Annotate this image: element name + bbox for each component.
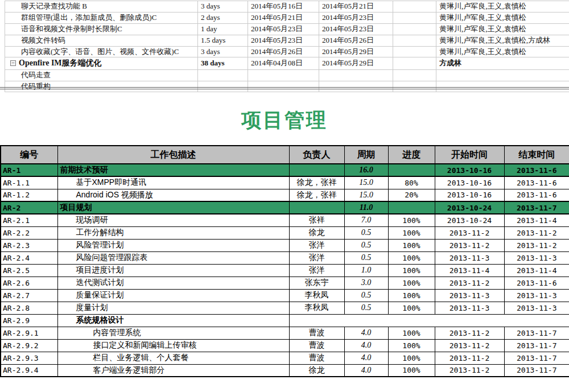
- start-date-cell: 2013-11-2: [435, 352, 504, 364]
- collapse-minus-icon[interactable]: −: [10, 60, 16, 66]
- period-cell: 16.0: [344, 164, 388, 176]
- summary-task-label: Openfire IM服务端优化: [19, 59, 102, 67]
- wbs-id-cell: AR-2.7: [1, 289, 57, 302]
- task-name-cell: 内容收藏(文字、语音、图片、视频、文件收藏)C: [5, 46, 198, 57]
- wbs-id-cell: AR-2.9.4: [1, 364, 57, 377]
- start-date-cell: 2014年05月16日: [248, 1, 319, 13]
- gantt-row: 代码走查: [5, 69, 569, 81]
- resources-cell: [436, 69, 569, 81]
- owner-cell: [289, 164, 344, 176]
- end-date-cell: 2013-11-6: [504, 164, 569, 176]
- duration-cell: [198, 69, 248, 81]
- end-date-cell: 2014年05月23日: [319, 23, 393, 35]
- wbs-id-cell: AR-2.1: [1, 214, 57, 226]
- wbs-id-cell: AR-2.8: [1, 302, 57, 314]
- start-date-cell: 2014年05月23日: [248, 23, 319, 35]
- owner-cell: 徐龙: [289, 364, 344, 377]
- work-package-cell: 风险管理计划: [57, 239, 289, 251]
- start-date-cell: 2013-11-2: [435, 239, 504, 251]
- period-cell: 1.0: [344, 264, 388, 277]
- empty-cell: [393, 12, 436, 23]
- task-name-cell: 代码重构: [5, 81, 198, 92]
- resources-cell: 黄琳川,卢军良,王义,袁慎松: [436, 12, 569, 23]
- task-name-cell: 聊天记录查找功能 B: [5, 1, 198, 13]
- work-package-cell: 质量保证计划: [57, 289, 289, 302]
- empty-cell: [393, 35, 436, 46]
- progress-cell: 100%: [388, 339, 435, 352]
- gantt-summary-row: −Openfire IM服务端优化 38 days 2014年04月08日 20…: [5, 57, 569, 69]
- end-date-cell: [319, 69, 393, 81]
- duration-cell: 2 days: [198, 12, 248, 23]
- column-header-start: 开始时间: [435, 146, 504, 164]
- end-date-cell: 2014年05月26日: [319, 35, 393, 46]
- empty-cell: [393, 1, 436, 13]
- progress-cell: 100%: [388, 226, 435, 239]
- start-date-cell: 2013-11-3: [435, 289, 504, 302]
- owner-cell: 张洋: [289, 251, 344, 264]
- start-date-cell: [248, 69, 319, 81]
- owner-cell: 徐龙，张祥: [289, 176, 344, 189]
- gantt-row: 代码重构: [5, 81, 569, 92]
- end-date-cell: 2013-11-4: [504, 214, 569, 226]
- wbs-id-cell: AR-2.4: [1, 251, 57, 264]
- owner-cell: 曹波: [289, 352, 344, 364]
- end-date-cell: 2013-11-3: [504, 251, 569, 264]
- progress-cell: 100%: [388, 264, 435, 277]
- owner-cell: 徐龙: [289, 226, 344, 239]
- end-date-cell: 2013-11-6: [504, 189, 569, 201]
- end-date-cell: 2013-11-7: [504, 201, 569, 214]
- wbs-id-cell: AR-2.6: [1, 277, 57, 289]
- plan-row: AR-2.3 风险管理计划 张洋 0.5 100% 2013-11-2 2013…: [1, 239, 569, 251]
- plan-row: AR-2.9.1 内容管理系统 曹波 4.0 100% 2013-11-2 20…: [1, 327, 569, 339]
- work-package-cell: 项目进度计划: [57, 264, 289, 277]
- gantt-task-table: 聊天记录查找功能 B 3 days 2014年05月16日 2014年05月21…: [5, 1, 569, 92]
- period-cell: 3.0: [344, 277, 388, 289]
- owner-cell: 张东宇: [289, 277, 344, 289]
- wbs-id-cell: AR-2: [1, 201, 57, 214]
- owner-cell: 曹波: [289, 339, 344, 352]
- empty-cell: [393, 69, 436, 81]
- plan-row: AR-2.1 现场调研 张祥 7.0 100% 2013-10-24 2013-…: [1, 214, 569, 226]
- progress-cell: 100%: [388, 352, 435, 364]
- task-name-cell: 语音和视频文件录制时长限制C: [5, 23, 198, 35]
- plan-group-row: AR-2 项目规划 11.0 2013-10-24 2013-11-7: [1, 201, 569, 214]
- work-package-cell: 接口定义和新闻编辑上传审核: [57, 339, 289, 352]
- gantt-row: 视频文件转码 1.5 days 2014年05月23日 2014年05月26日 …: [5, 35, 569, 46]
- start-date-cell: 2013-11-3: [435, 302, 504, 314]
- start-date-cell: 2013-11-2: [435, 327, 504, 339]
- end-date-cell: [319, 81, 393, 92]
- plan-row: AR-2.6 迭代测试计划 张东宇 3.0 100% 2013-11-2 201…: [1, 277, 569, 289]
- progress-cell: 100%: [388, 277, 435, 289]
- owner-cell: 李秋凤: [289, 289, 344, 302]
- progress-cell: 80%: [388, 176, 435, 189]
- wbs-id-cell: AR-2.2: [1, 226, 57, 239]
- progress-cell: 100%: [388, 214, 435, 226]
- start-date-cell: 2013-11-4: [435, 264, 504, 277]
- plan-row: AR-1.1 基于XMPP即时通讯 徐龙，张祥 15.0 80% 2013-10…: [1, 176, 569, 189]
- wbs-id-cell: AR-2.9.1: [1, 327, 57, 339]
- plan-row: AR-2.9.3 栏目、业务逻辑、个人套餐 曹波 4.0 100% 2013-1…: [1, 352, 569, 364]
- start-date-cell: 2013-11-2: [435, 226, 504, 239]
- period-cell: 15.0: [344, 176, 388, 189]
- end-date-cell: 2013-11-7: [504, 327, 569, 339]
- owner-cell: 李秋凤: [289, 302, 344, 314]
- work-package-cell: 风险问题管理跟踪表: [57, 251, 289, 264]
- period-cell: 4.0: [344, 352, 388, 364]
- work-package-cell: 客户端业务逻辑部分: [57, 364, 289, 377]
- plan-row: AR-2.9.2 接口定义和新闻编辑上传审核 曹波 4.0 100% 2013-…: [1, 339, 569, 352]
- end-date-cell: 2013-11-2: [504, 239, 569, 251]
- work-package-cell: 迭代测试计划: [57, 277, 289, 289]
- empty-cell: [393, 57, 436, 69]
- progress-cell: 100%: [388, 327, 435, 339]
- owner-cell: 张洋: [289, 264, 344, 277]
- plan-row: AR-2.7 质量保证计划 李秋凤 0.5 100% 2013-11-3 201…: [1, 289, 569, 302]
- end-date-cell: 2014年05月23日: [319, 12, 393, 23]
- start-date-cell: 2013-10-24: [435, 201, 504, 214]
- project-plan-table: 编号 工作包描述 负责人 周期 进度 开始时间 结束时间 AR-1 前期技术预研…: [0, 145, 569, 377]
- wbs-id-cell: AR-2.9: [1, 314, 57, 327]
- end-date-cell: 2013-11-7: [504, 352, 569, 364]
- merged-empty-cell: [289, 314, 569, 327]
- period-cell: 11.0: [344, 201, 388, 214]
- work-package-cell: 栏目、业务逻辑、个人套餐: [57, 352, 289, 364]
- duration-cell: [198, 81, 248, 92]
